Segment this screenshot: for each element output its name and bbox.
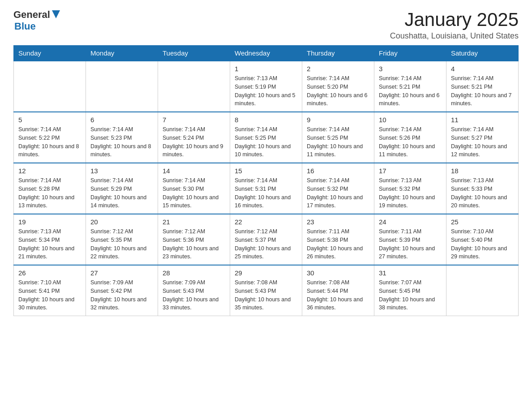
svg-marker-0 <box>52 10 60 18</box>
day-info: Sunrise: 7:13 AM Sunset: 5:34 PM Dayligh… <box>18 227 81 261</box>
calendar-cell: 23Sunrise: 7:11 AM Sunset: 5:38 PM Dayli… <box>302 214 374 265</box>
calendar-cell: 8Sunrise: 7:14 AM Sunset: 5:25 PM Daylig… <box>230 112 302 163</box>
logo: General Blue <box>13 9 60 32</box>
calendar-cell: 2Sunrise: 7:14 AM Sunset: 5:20 PM Daylig… <box>302 61 374 112</box>
day-number: 12 <box>18 167 81 175</box>
logo-blue-text: Blue <box>14 21 60 32</box>
day-info: Sunrise: 7:13 AM Sunset: 5:19 PM Dayligh… <box>235 74 297 108</box>
calendar-cell: 5Sunrise: 7:14 AM Sunset: 5:22 PM Daylig… <box>14 112 86 163</box>
calendar-cell: 12Sunrise: 7:14 AM Sunset: 5:28 PM Dayli… <box>14 163 86 214</box>
day-info: Sunrise: 7:14 AM Sunset: 5:26 PM Dayligh… <box>379 125 442 159</box>
calendar-cell: 25Sunrise: 7:10 AM Sunset: 5:40 PM Dayli… <box>446 214 519 265</box>
calendar-cell: 30Sunrise: 7:08 AM Sunset: 5:44 PM Dayli… <box>302 265 374 316</box>
calendar-cell: 7Sunrise: 7:14 AM Sunset: 5:24 PM Daylig… <box>158 112 230 163</box>
calendar-cell: 15Sunrise: 7:14 AM Sunset: 5:31 PM Dayli… <box>230 163 302 214</box>
col-friday: Friday <box>374 46 446 61</box>
calendar-week-row: 12Sunrise: 7:14 AM Sunset: 5:28 PM Dayli… <box>14 163 519 214</box>
title-section: January 2025 Coushatta, Louisiana, Unite… <box>390 9 519 41</box>
day-info: Sunrise: 7:13 AM Sunset: 5:33 PM Dayligh… <box>451 176 514 210</box>
calendar-cell: 13Sunrise: 7:14 AM Sunset: 5:29 PM Dayli… <box>86 163 158 214</box>
day-number: 8 <box>235 116 297 124</box>
day-number: 20 <box>90 218 153 226</box>
col-monday: Monday <box>86 46 158 61</box>
day-info: Sunrise: 7:14 AM Sunset: 5:20 PM Dayligh… <box>307 74 369 108</box>
day-info: Sunrise: 7:14 AM Sunset: 5:30 PM Dayligh… <box>163 176 225 210</box>
day-number: 23 <box>307 218 369 226</box>
calendar-cell: 26Sunrise: 7:10 AM Sunset: 5:41 PM Dayli… <box>14 265 86 316</box>
calendar-week-row: 1Sunrise: 7:13 AM Sunset: 5:19 PM Daylig… <box>14 61 519 112</box>
day-number: 4 <box>451 65 514 73</box>
day-info: Sunrise: 7:14 AM Sunset: 5:21 PM Dayligh… <box>451 74 514 108</box>
day-number: 9 <box>307 116 369 124</box>
page-header: General Blue January 2025 Coushatta, Lou… <box>13 9 519 41</box>
calendar-cell: 10Sunrise: 7:14 AM Sunset: 5:26 PM Dayli… <box>374 112 446 163</box>
day-info: Sunrise: 7:14 AM Sunset: 5:24 PM Dayligh… <box>163 125 225 159</box>
calendar-cell: 24Sunrise: 7:11 AM Sunset: 5:39 PM Dayli… <box>374 214 446 265</box>
col-thursday: Thursday <box>302 46 374 61</box>
calendar-cell: 18Sunrise: 7:13 AM Sunset: 5:33 PM Dayli… <box>446 163 519 214</box>
day-info: Sunrise: 7:14 AM Sunset: 5:32 PM Dayligh… <box>307 176 369 210</box>
day-number: 28 <box>163 269 225 277</box>
day-info: Sunrise: 7:14 AM Sunset: 5:25 PM Dayligh… <box>235 125 297 159</box>
day-info: Sunrise: 7:07 AM Sunset: 5:45 PM Dayligh… <box>379 278 442 312</box>
day-number: 1 <box>235 65 297 73</box>
day-info: Sunrise: 7:14 AM Sunset: 5:25 PM Dayligh… <box>307 125 369 159</box>
col-tuesday: Tuesday <box>158 46 230 61</box>
day-number: 21 <box>163 218 225 226</box>
calendar-cell: 21Sunrise: 7:12 AM Sunset: 5:36 PM Dayli… <box>158 214 230 265</box>
calendar-cell: 4Sunrise: 7:14 AM Sunset: 5:21 PM Daylig… <box>446 61 519 112</box>
day-number: 10 <box>379 116 442 124</box>
day-number: 2 <box>307 65 369 73</box>
day-info: Sunrise: 7:10 AM Sunset: 5:41 PM Dayligh… <box>18 278 81 312</box>
calendar-week-row: 26Sunrise: 7:10 AM Sunset: 5:41 PM Dayli… <box>14 265 519 316</box>
calendar-cell: 3Sunrise: 7:14 AM Sunset: 5:21 PM Daylig… <box>374 61 446 112</box>
day-number: 7 <box>163 116 225 124</box>
day-number: 17 <box>379 167 442 175</box>
day-number: 14 <box>163 167 225 175</box>
day-number: 19 <box>18 218 81 226</box>
day-number: 13 <box>90 167 153 175</box>
day-number: 31 <box>379 269 442 277</box>
col-saturday: Saturday <box>446 46 519 61</box>
calendar-cell: 17Sunrise: 7:13 AM Sunset: 5:32 PM Dayli… <box>374 163 446 214</box>
day-info: Sunrise: 7:11 AM Sunset: 5:38 PM Dayligh… <box>307 227 369 261</box>
day-info: Sunrise: 7:12 AM Sunset: 5:36 PM Dayligh… <box>163 227 225 261</box>
calendar-cell: 9Sunrise: 7:14 AM Sunset: 5:25 PM Daylig… <box>302 112 374 163</box>
day-info: Sunrise: 7:12 AM Sunset: 5:37 PM Dayligh… <box>235 227 297 261</box>
calendar-table: Sunday Monday Tuesday Wednesday Thursday… <box>13 45 519 316</box>
day-info: Sunrise: 7:14 AM Sunset: 5:27 PM Dayligh… <box>451 125 514 159</box>
calendar-cell: 28Sunrise: 7:09 AM Sunset: 5:43 PM Dayli… <box>158 265 230 316</box>
calendar-cell: 27Sunrise: 7:09 AM Sunset: 5:42 PM Dayli… <box>86 265 158 316</box>
day-number: 18 <box>451 167 514 175</box>
day-number: 16 <box>307 167 369 175</box>
day-number: 24 <box>379 218 442 226</box>
day-info: Sunrise: 7:08 AM Sunset: 5:43 PM Dayligh… <box>235 278 297 312</box>
day-number: 26 <box>18 269 81 277</box>
calendar-cell: 16Sunrise: 7:14 AM Sunset: 5:32 PM Dayli… <box>302 163 374 214</box>
calendar-header-row: Sunday Monday Tuesday Wednesday Thursday… <box>14 46 519 61</box>
day-number: 25 <box>451 218 514 226</box>
calendar-subtitle: Coushatta, Louisiana, United States <box>390 31 519 41</box>
calendar-cell <box>158 61 230 112</box>
day-number: 22 <box>235 218 297 226</box>
day-number: 6 <box>90 116 153 124</box>
calendar-cell: 6Sunrise: 7:14 AM Sunset: 5:23 PM Daylig… <box>86 112 158 163</box>
day-number: 30 <box>307 269 369 277</box>
calendar-week-row: 5Sunrise: 7:14 AM Sunset: 5:22 PM Daylig… <box>14 112 519 163</box>
day-info: Sunrise: 7:09 AM Sunset: 5:43 PM Dayligh… <box>163 278 225 312</box>
calendar-cell <box>14 61 86 112</box>
calendar-body: 1Sunrise: 7:13 AM Sunset: 5:19 PM Daylig… <box>14 61 519 316</box>
day-info: Sunrise: 7:14 AM Sunset: 5:31 PM Dayligh… <box>235 176 297 210</box>
day-info: Sunrise: 7:13 AM Sunset: 5:32 PM Dayligh… <box>379 176 442 210</box>
calendar-cell <box>86 61 158 112</box>
calendar-cell: 11Sunrise: 7:14 AM Sunset: 5:27 PM Dayli… <box>446 112 519 163</box>
day-number: 5 <box>18 116 81 124</box>
col-sunday: Sunday <box>14 46 86 61</box>
day-info: Sunrise: 7:14 AM Sunset: 5:22 PM Dayligh… <box>18 125 81 159</box>
day-number: 3 <box>379 65 442 73</box>
day-info: Sunrise: 7:09 AM Sunset: 5:42 PM Dayligh… <box>90 278 153 312</box>
col-wednesday: Wednesday <box>230 46 302 61</box>
calendar-cell: 29Sunrise: 7:08 AM Sunset: 5:43 PM Dayli… <box>230 265 302 316</box>
day-number: 27 <box>90 269 153 277</box>
day-number: 29 <box>235 269 297 277</box>
